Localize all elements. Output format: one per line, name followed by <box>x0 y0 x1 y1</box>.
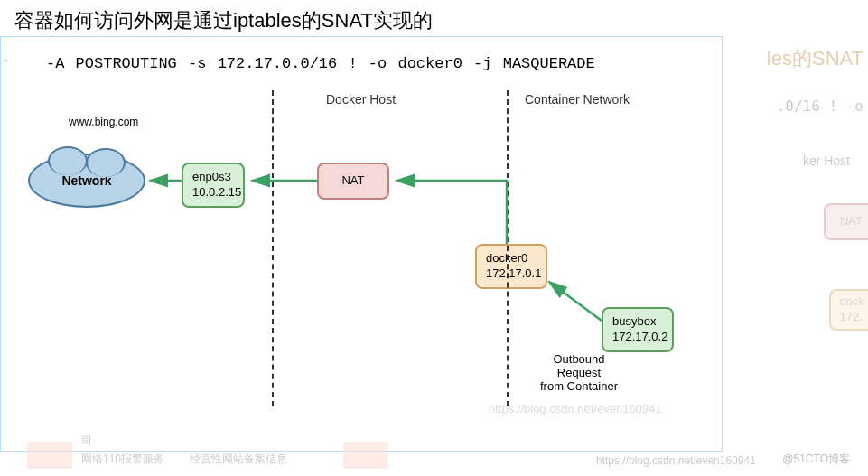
footer-block-1 <box>27 442 72 469</box>
ghost-docker0-name: dock <box>840 294 864 310</box>
node-enp0s3-name: enp0s3 <box>192 170 234 185</box>
arrow-busybox-docker0 <box>549 282 602 321</box>
section-container-network: Container Network <box>525 92 630 107</box>
watermark-51cto: @51CTO博客 <box>782 452 850 467</box>
diagram-container: -A POSTROUTING -s 172.17.0.0/16 ! -o doc… <box>0 36 723 452</box>
ghost-host-frag: ker Host <box>803 154 850 168</box>
watermark-csdn-2: https://blog.csdn.net/even160941 <box>596 454 756 467</box>
ghost-cmd-frag: .0/16 ! -o <box>777 98 863 115</box>
ghost-title-frag: les的SNAT <box>767 45 863 72</box>
node-busybox: busybox 172.17.0.2 <box>602 307 674 352</box>
node-docker0-name: docker0 <box>486 251 537 266</box>
node-docker0: docker0 172.17.0.1 <box>475 244 547 289</box>
ghost-num-1: - <box>4 52 7 66</box>
iptables-command: -A POSTROUTING -s 172.17.0.0/16 ! -o doc… <box>46 55 722 72</box>
outbound-caption: Outbound Request from Container <box>525 352 633 393</box>
footer-txt-3: 经营性网站备案信息 <box>190 452 287 467</box>
cloud-label: Network <box>61 173 111 188</box>
footer-txt-1: 司 <box>81 434 92 449</box>
node-enp0s3: enp0s3 10.0.2.15 <box>182 163 245 208</box>
arrow-docker0-nat <box>397 181 507 244</box>
network-cloud: Network <box>28 154 163 208</box>
network-diagram: Docker Host Container Network www.bing.c… <box>1 81 722 425</box>
ghost-docker0-ip: 172. <box>840 310 864 325</box>
node-busybox-name: busybox <box>612 314 663 330</box>
node-enp0s3-ip: 10.0.2.15 <box>192 185 234 201</box>
divider-1 <box>272 90 274 406</box>
node-nat: NAT <box>317 163 389 200</box>
ghost-nat-label: NAT <box>840 214 863 228</box>
footer-block-2 <box>343 442 388 469</box>
node-nat-name: NAT <box>328 173 378 189</box>
footer-txt-2: 网络110报警服务 <box>81 452 164 467</box>
external-site-label: www.bing.com <box>69 116 138 128</box>
node-docker0-ip: 172.17.0.1 <box>486 266 537 282</box>
watermark-csdn-1: https://blog.csdn.net/even160941 <box>489 402 662 415</box>
node-busybox-ip: 172.17.0.2 <box>612 330 663 345</box>
section-docker-host: Docker Host <box>326 92 396 107</box>
ghost-nat-box: NAT <box>824 203 868 240</box>
divider-2 <box>507 90 509 406</box>
ghost-docker0-box: dock 172. <box>829 289 868 331</box>
